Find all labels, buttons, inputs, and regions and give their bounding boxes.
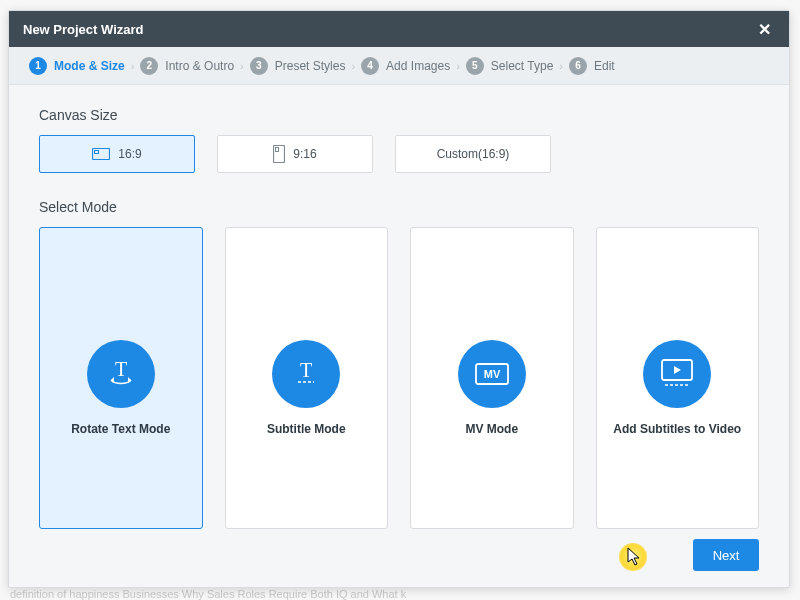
step-label: Mode & Size	[54, 59, 125, 73]
subtitle-icon: T	[272, 340, 340, 408]
titlebar-title: New Project Wizard	[23, 22, 144, 37]
chevron-right-icon: ›	[238, 60, 246, 72]
cursor-highlight	[619, 543, 647, 571]
canvas-option-9-16[interactable]: 9:16	[217, 135, 373, 173]
svg-text:T: T	[115, 358, 127, 380]
landscape-icon	[92, 148, 110, 160]
mode-label: Add Subtitles to Video	[607, 422, 747, 436]
mode-label: Subtitle Mode	[261, 422, 352, 436]
footer: Next	[693, 539, 759, 571]
step-num: 4	[361, 57, 379, 75]
mode-add-subtitles-video[interactable]: Add Subtitles to Video	[596, 227, 760, 529]
canvas-option-16-9[interactable]: 16:9	[39, 135, 195, 173]
cursor-icon	[627, 547, 643, 567]
step-num: 1	[29, 57, 47, 75]
chevron-right-icon: ›	[454, 60, 462, 72]
wizard-modal: New Project Wizard ✕ 1 Mode & Size › 2 I…	[8, 10, 790, 588]
close-icon[interactable]: ✕	[754, 20, 775, 39]
mode-label: MV Mode	[459, 422, 524, 436]
chevron-right-icon: ›	[129, 60, 137, 72]
mv-icon: MV	[458, 340, 526, 408]
step-add-images[interactable]: 4 Add Images	[361, 57, 450, 75]
svg-text:T: T	[300, 359, 312, 381]
canvas-option-label: Custom(16:9)	[437, 147, 510, 161]
mode-rotate-text[interactable]: T Rotate Text Mode	[39, 227, 203, 529]
step-num: 5	[466, 57, 484, 75]
mode-mv[interactable]: MV MV Mode	[410, 227, 574, 529]
canvas-size-title: Canvas Size	[39, 107, 759, 123]
stepper: 1 Mode & Size › 2 Intro & Outro › 3 Pres…	[9, 47, 789, 85]
canvas-option-custom[interactable]: Custom(16:9)	[395, 135, 551, 173]
portrait-icon	[273, 145, 285, 163]
svg-rect-3	[276, 148, 279, 152]
content-area: Canvas Size 16:9 9:16 Custom(16:9) Selec…	[9, 85, 789, 587]
svg-rect-1	[95, 151, 99, 154]
titlebar: New Project Wizard ✕	[9, 11, 789, 47]
chevron-right-icon: ›	[349, 60, 357, 72]
step-label: Edit	[594, 59, 615, 73]
step-edit[interactable]: 6 Edit	[569, 57, 615, 75]
canvas-option-label: 16:9	[118, 147, 141, 161]
next-button[interactable]: Next	[693, 539, 759, 571]
background-text: definition of happiness Businesses Why S…	[0, 588, 800, 600]
step-mode-size[interactable]: 1 Mode & Size	[29, 57, 125, 75]
rotate-text-icon: T	[87, 340, 155, 408]
step-select-type[interactable]: 5 Select Type	[466, 57, 553, 75]
canvas-size-options: 16:9 9:16 Custom(16:9)	[39, 135, 759, 173]
add-subtitles-video-icon	[643, 340, 711, 408]
mode-label: Rotate Text Mode	[65, 422, 176, 436]
svg-text:MV: MV	[484, 368, 501, 380]
step-num: 3	[250, 57, 268, 75]
step-num: 2	[140, 57, 158, 75]
step-intro-outro[interactable]: 2 Intro & Outro	[140, 57, 234, 75]
svg-marker-12	[674, 366, 681, 374]
step-label: Intro & Outro	[165, 59, 234, 73]
mode-options: T Rotate Text Mode T Subtitle Mode	[39, 227, 759, 529]
chevron-right-icon: ›	[557, 60, 565, 72]
select-mode-title: Select Mode	[39, 199, 759, 215]
step-preset-styles[interactable]: 3 Preset Styles	[250, 57, 346, 75]
step-num: 6	[569, 57, 587, 75]
canvas-option-label: 9:16	[293, 147, 316, 161]
mode-subtitle[interactable]: T Subtitle Mode	[225, 227, 389, 529]
step-label: Preset Styles	[275, 59, 346, 73]
step-label: Select Type	[491, 59, 553, 73]
step-label: Add Images	[386, 59, 450, 73]
